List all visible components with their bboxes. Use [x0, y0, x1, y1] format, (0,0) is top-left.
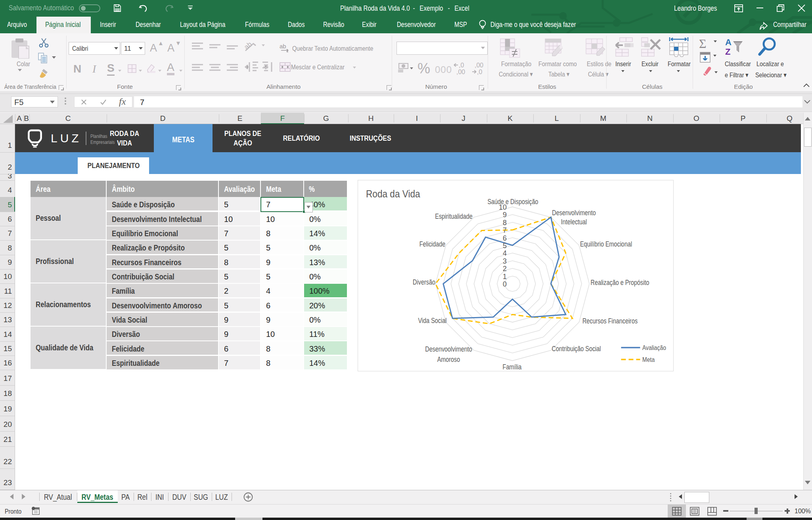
svg-text:Z: Z [725, 47, 730, 56]
svg-text:9: 9 [502, 211, 506, 219]
svg-text:Diversão: Diversão [413, 278, 435, 286]
svg-text:Espiritualidade: Espiritualidade [435, 212, 472, 220]
svg-text:,00: ,00 [456, 69, 465, 75]
svg-text:4: 4 [502, 249, 506, 257]
svg-text:7: 7 [502, 226, 506, 234]
svg-text:0: 0 [502, 280, 506, 288]
svg-text:A: A [725, 38, 732, 47]
svg-text:Vida Social: Vida Social [418, 317, 446, 325]
svg-text:Contribuição Social: Contribuição Social [552, 345, 601, 353]
svg-text:8: 8 [502, 219, 506, 227]
svg-text:Meta: Meta [642, 356, 655, 363]
svg-text:Realização e Propósito: Realização e Propósito [590, 279, 649, 287]
svg-text:Família: Família [502, 363, 522, 371]
svg-text:,0: ,0 [477, 69, 482, 75]
svg-text:3: 3 [502, 257, 506, 265]
svg-text:ab: ab [245, 41, 253, 51]
svg-text:Desenvoolvimento: Desenvoolvimento [425, 345, 472, 353]
svg-text:Avaliação: Avaliação [642, 344, 666, 352]
svg-text:,00: ,00 [475, 62, 483, 69]
svg-text:5: 5 [502, 242, 506, 250]
svg-text:Recursos Financeiros: Recursos Financeiros [582, 317, 637, 325]
svg-text:Equilíbrio Emocional: Equilíbrio Emocional [580, 240, 632, 248]
svg-text:Intelectual: Intelectual [561, 218, 587, 226]
svg-text:Amoroso: Amoroso [437, 356, 460, 363]
svg-text:6: 6 [502, 234, 506, 242]
svg-text:2: 2 [502, 265, 506, 273]
svg-text:Saúde e Disposição: Saúde e Disposição [487, 198, 538, 206]
svg-text:Desenvolvimento: Desenvolvimento [552, 209, 596, 217]
svg-text:,0: ,0 [459, 62, 464, 69]
svg-text:ab: ab [280, 44, 286, 50]
svg-text:Felicidade: Felicidade [419, 240, 445, 248]
svg-text:1: 1 [502, 273, 506, 281]
